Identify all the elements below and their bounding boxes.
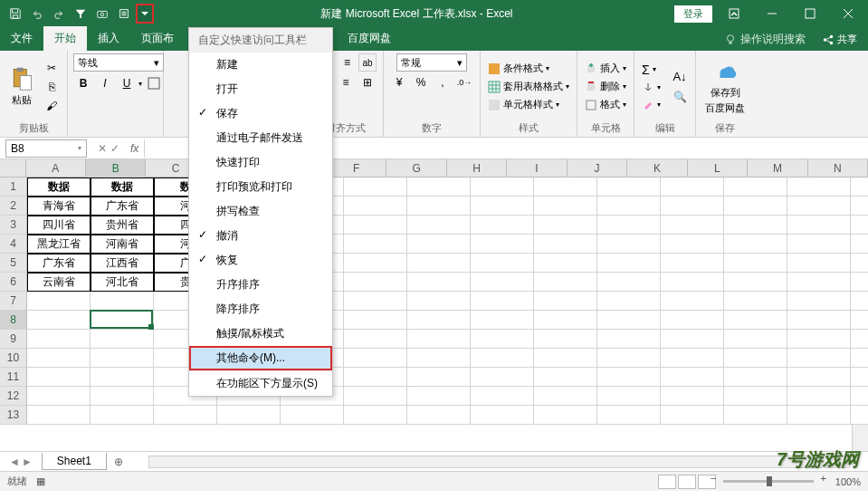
menu-item[interactable]: 降序排序 bbox=[189, 297, 332, 321]
number-format-combo[interactable]: 常规▾ bbox=[396, 53, 467, 72]
cell[interactable] bbox=[787, 406, 851, 425]
cell[interactable] bbox=[724, 178, 787, 197]
wrap-text-button[interactable]: ab bbox=[358, 53, 376, 72]
percent-icon[interactable]: % bbox=[411, 73, 431, 91]
sort-filter-icon[interactable]: A↓ bbox=[670, 67, 690, 85]
cell[interactable] bbox=[344, 292, 407, 311]
menu-item[interactable]: 新建 bbox=[189, 53, 332, 77]
cell[interactable] bbox=[724, 368, 787, 387]
cell[interactable]: 黑龙江省 bbox=[27, 235, 91, 254]
cell[interactable]: 数据 bbox=[91, 178, 154, 197]
ribbon-options-icon[interactable] bbox=[718, 0, 750, 27]
cell[interactable] bbox=[27, 349, 91, 368]
cell[interactable] bbox=[851, 254, 868, 273]
cell[interactable]: 青海省 bbox=[27, 197, 91, 216]
copy-icon[interactable]: ⎘ bbox=[42, 78, 62, 96]
cell[interactable] bbox=[281, 406, 344, 425]
cell[interactable] bbox=[851, 197, 868, 216]
row-header[interactable]: 4 bbox=[0, 235, 27, 254]
row-header[interactable]: 2 bbox=[0, 197, 27, 216]
cell[interactable] bbox=[534, 368, 597, 387]
undo-icon[interactable] bbox=[27, 4, 47, 24]
cell[interactable] bbox=[407, 197, 471, 216]
cell[interactable] bbox=[534, 349, 597, 368]
cell[interactable] bbox=[787, 178, 851, 197]
cell[interactable] bbox=[91, 330, 154, 349]
filter-icon[interactable] bbox=[71, 4, 91, 24]
underline-button[interactable]: U bbox=[117, 74, 137, 92]
cell[interactable] bbox=[661, 235, 724, 254]
save-icon[interactable] bbox=[5, 4, 25, 24]
cell[interactable] bbox=[471, 178, 534, 197]
macro-record-icon[interactable]: ▦ bbox=[36, 475, 45, 487]
cell[interactable] bbox=[597, 197, 661, 216]
normal-view-button[interactable] bbox=[658, 475, 676, 489]
comma-icon[interactable]: , bbox=[433, 73, 453, 91]
cell[interactable] bbox=[471, 311, 534, 330]
cell[interactable]: 江西省 bbox=[91, 254, 154, 273]
conditional-format-button[interactable]: 条件格式▾ bbox=[486, 61, 571, 76]
login-button[interactable]: 登录 bbox=[674, 5, 712, 23]
row-header[interactable]: 12 bbox=[0, 387, 27, 406]
border-button[interactable] bbox=[144, 74, 164, 92]
cut-icon[interactable]: ✂ bbox=[42, 59, 62, 77]
menu-item[interactable]: 撤消 bbox=[189, 224, 332, 248]
cell[interactable] bbox=[851, 406, 868, 425]
cell[interactable] bbox=[27, 330, 91, 349]
cell[interactable] bbox=[217, 406, 281, 425]
tab-百度网盘[interactable]: 百度网盘 bbox=[337, 26, 402, 51]
cell[interactable] bbox=[661, 368, 724, 387]
menu-item[interactable]: 升序排序 bbox=[189, 273, 332, 297]
close-icon[interactable] bbox=[832, 0, 864, 27]
cell[interactable] bbox=[661, 311, 724, 330]
cell[interactable] bbox=[154, 406, 217, 425]
cell[interactable] bbox=[27, 368, 91, 387]
menu-item[interactable]: 快速打印 bbox=[189, 150, 332, 175]
column-header[interactable]: M bbox=[748, 159, 807, 178]
cell[interactable] bbox=[27, 387, 91, 406]
clear-button[interactable]: ▾ bbox=[640, 98, 663, 112]
cell[interactable] bbox=[534, 254, 597, 273]
format-painter-icon[interactable]: 🖌 bbox=[42, 97, 62, 115]
align-center-icon[interactable]: ≡ bbox=[336, 73, 356, 91]
name-box[interactable]: B8▾ bbox=[5, 139, 87, 158]
italic-button[interactable]: I bbox=[95, 74, 115, 92]
cell[interactable] bbox=[851, 216, 868, 235]
cell[interactable] bbox=[407, 368, 471, 387]
cell[interactable] bbox=[661, 216, 724, 235]
menu-item[interactable]: 在功能区下方显示(S) bbox=[189, 370, 332, 396]
cell[interactable] bbox=[344, 387, 407, 406]
cell[interactable] bbox=[724, 406, 787, 425]
fx-icon[interactable]: fx bbox=[125, 142, 144, 155]
cell[interactable]: 数据 bbox=[27, 178, 91, 197]
cell[interactable] bbox=[471, 368, 534, 387]
cell[interactable] bbox=[724, 387, 787, 406]
cell[interactable] bbox=[787, 235, 851, 254]
cell[interactable] bbox=[407, 273, 471, 292]
cell[interactable] bbox=[407, 330, 471, 349]
cell[interactable] bbox=[597, 406, 661, 425]
cell[interactable] bbox=[724, 330, 787, 349]
row-header[interactable]: 1 bbox=[0, 178, 27, 197]
cell[interactable] bbox=[787, 254, 851, 273]
menu-item[interactable]: 打开 bbox=[189, 77, 332, 101]
cell[interactable] bbox=[724, 292, 787, 311]
cell[interactable] bbox=[471, 406, 534, 425]
cell[interactable] bbox=[471, 197, 534, 216]
add-sheet-button[interactable]: ⊕ bbox=[107, 454, 130, 470]
cancel-formula-icon[interactable]: ✕ bbox=[98, 142, 107, 155]
cell[interactable] bbox=[597, 178, 661, 197]
cell[interactable] bbox=[534, 235, 597, 254]
tab-开始[interactable]: 开始 bbox=[43, 26, 87, 51]
cell[interactable] bbox=[597, 273, 661, 292]
horizontal-scrollbar[interactable] bbox=[148, 456, 850, 468]
cell[interactable] bbox=[471, 273, 534, 292]
cell[interactable] bbox=[407, 311, 471, 330]
cell[interactable] bbox=[27, 292, 91, 311]
cell[interactable] bbox=[787, 349, 851, 368]
cell[interactable] bbox=[724, 197, 787, 216]
cell[interactable] bbox=[344, 178, 407, 197]
cell[interactable] bbox=[91, 368, 154, 387]
cell[interactable] bbox=[851, 311, 868, 330]
menu-item[interactable]: 触摸/鼠标模式 bbox=[189, 321, 332, 346]
